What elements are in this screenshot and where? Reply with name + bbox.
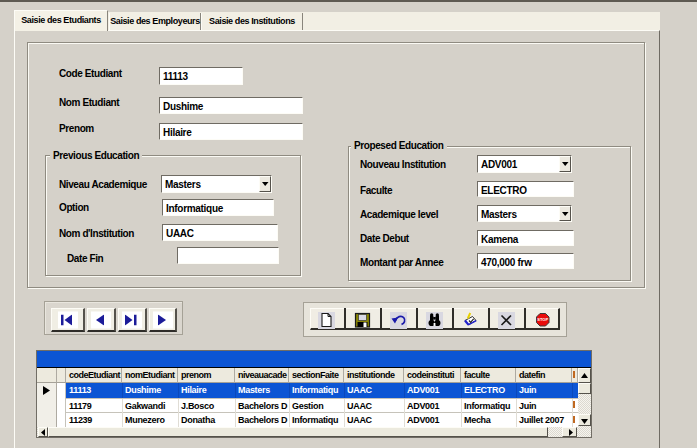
- svg-text:STOP: STOP: [537, 317, 548, 322]
